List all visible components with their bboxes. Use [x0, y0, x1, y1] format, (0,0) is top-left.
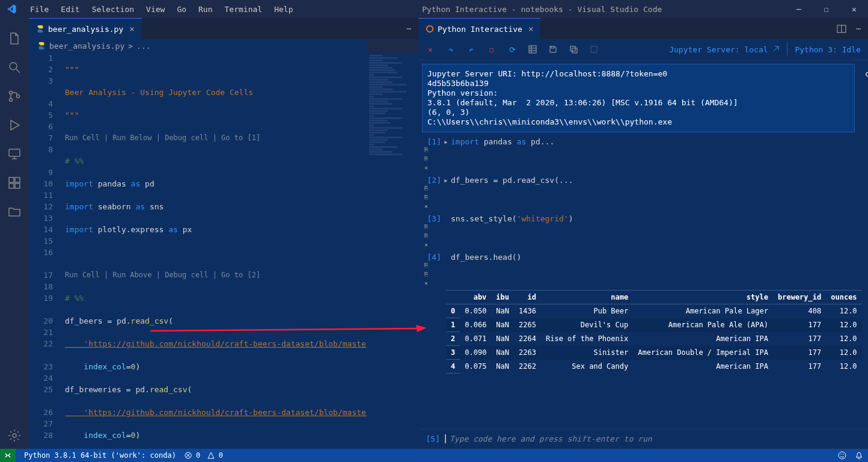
- remote-explorer-icon[interactable]: [0, 140, 29, 168]
- cell-delete-icon[interactable]: ✕: [424, 164, 864, 171]
- code-editor[interactable]: 123 45678 910111213141516 171819 202122 …: [29, 52, 367, 449]
- tab-label: beer_analysis.py: [48, 25, 123, 34]
- tab-python-interactive[interactable]: Python Interactive ×: [418, 18, 540, 39]
- svg-point-11: [427, 26, 433, 32]
- interactive-body[interactable]: Jupyter Server URI: http://localhost:888…: [418, 60, 868, 429]
- notifications-icon[interactable]: [855, 451, 863, 460]
- cell-copy-icon[interactable]: ⎘: [424, 232, 864, 239]
- svg-point-26: [839, 452, 846, 459]
- interactive-input[interactable]: [5] Type code here and press shift-enter…: [418, 429, 868, 448]
- table-header: [446, 291, 460, 304]
- titlebar: File Edit Selection View Go Run Terminal…: [0, 0, 868, 18]
- menu-file[interactable]: File: [24, 2, 55, 16]
- expand-icon[interactable]: [589, 45, 599, 54]
- undo-icon[interactable]: ↶: [466, 45, 476, 54]
- explorer-icon[interactable]: [0, 24, 29, 53]
- cell-link-icon[interactable]: ⎘: [424, 146, 864, 153]
- restart-icon[interactable]: ⟳: [507, 45, 517, 54]
- menu-view[interactable]: View: [140, 2, 171, 16]
- menu-edit[interactable]: Edit: [55, 2, 85, 16]
- svg-point-2: [10, 91, 13, 94]
- breadcrumb-rest: ...: [136, 42, 150, 51]
- search-icon[interactable]: [0, 53, 29, 82]
- code-input[interactable]: Type code here and press shift-enter to …: [445, 434, 863, 443]
- menu-selection[interactable]: Selection: [86, 2, 140, 16]
- menu-help[interactable]: Help: [268, 2, 299, 16]
- cell-copy-icon[interactable]: ⎘: [424, 155, 864, 162]
- svg-rect-6: [9, 177, 14, 182]
- table-row: 30.090NaN2263SinisterAmerican Double / I…: [446, 346, 862, 360]
- tab-close-icon[interactable]: ×: [129, 24, 134, 34]
- code-content[interactable]: """ Beer Analysis - Using Jupyter Code C…: [65, 52, 367, 449]
- cell-1[interactable]: [1] ▸ import pandas as pd...: [422, 137, 864, 146]
- redo-icon[interactable]: ↷: [446, 45, 456, 54]
- close-icon[interactable]: ✕: [426, 45, 435, 54]
- vscode-logo-icon: [6, 4, 17, 14]
- tab-beer-analysis[interactable]: beer_analysis.py ×: [29, 18, 142, 39]
- svg-point-4: [17, 95, 20, 98]
- svg-point-27: [840, 454, 842, 455]
- source-control-icon[interactable]: [0, 82, 29, 111]
- tab-more-icon[interactable]: ⋯: [856, 24, 861, 33]
- breadcrumb-file: beer_analysis.py: [49, 42, 124, 51]
- codelens[interactable]: Run Cell | Run Above | Debug cell | Go t…: [65, 270, 367, 281]
- problems-indicator[interactable]: 0 0: [185, 451, 223, 460]
- codelens[interactable]: Run Cell | Run Below | Debug cell | Go t…: [65, 132, 367, 144]
- stop-icon[interactable]: ◻: [487, 45, 497, 54]
- dataframe-output: abvibuidnamestylebrewery_idounces 00.050…: [446, 290, 862, 374]
- python-file-icon: [37, 42, 46, 50]
- table-row: 40.075NaN2262Sex and CandyAmerican IPA17…: [446, 360, 862, 374]
- tab-more-icon[interactable]: ⋯: [406, 24, 411, 33]
- close-button[interactable]: ✕: [840, 0, 868, 18]
- svg-rect-20: [591, 46, 597, 52]
- minimap[interactable]: [367, 52, 418, 449]
- cell-4[interactable]: [4] df_beers.head(): [422, 253, 864, 262]
- settings-gear-icon[interactable]: [0, 421, 29, 450]
- cell-2[interactable]: [2] ▸ df_beers = pd.read_csv(...: [422, 176, 864, 185]
- svg-rect-5: [9, 149, 20, 156]
- table-header: style: [633, 291, 773, 304]
- run-debug-icon[interactable]: [0, 111, 29, 140]
- split-editor-icon[interactable]: [837, 24, 846, 34]
- tab-label: Python Interactive: [438, 25, 522, 34]
- feedback-icon[interactable]: [838, 451, 846, 460]
- window-title: Python Interactive - notebooks - Visual …: [299, 5, 785, 14]
- table-row: 20.071NaN2264Rise of the PhoenixAmerican…: [446, 332, 862, 346]
- cell-3[interactable]: [3] sns.set_style('whitegrid'): [422, 214, 864, 223]
- jupyter-server-info: Jupyter Server URI: http://localhost:888…: [422, 64, 855, 132]
- folder-icon[interactable]: [0, 197, 29, 226]
- table-header: abv: [460, 291, 491, 304]
- table-header: id: [514, 291, 541, 304]
- cell-delete-icon[interactable]: ✕: [424, 203, 864, 209]
- maximize-button[interactable]: ☐: [813, 0, 840, 18]
- cell-link-icon[interactable]: ⎘: [424, 223, 864, 230]
- cell-link-icon[interactable]: ⎘: [424, 262, 864, 268]
- menu-run[interactable]: Run: [192, 2, 218, 16]
- cell-copy-icon[interactable]: ⎘: [424, 194, 864, 200]
- extensions-icon[interactable]: [0, 168, 29, 197]
- export-icon[interactable]: [569, 45, 578, 54]
- cell-delete-icon[interactable]: ✕: [424, 280, 864, 286]
- menu-terminal[interactable]: Terminal: [219, 2, 269, 16]
- tabs-container: beer_analysis.py × ⋯ Python Interactive …: [29, 18, 868, 39]
- svg-rect-8: [15, 183, 20, 188]
- menu-go[interactable]: Go: [171, 2, 192, 16]
- variables-icon[interactable]: [528, 45, 537, 54]
- svg-rect-18: [570, 46, 575, 51]
- breadcrumb[interactable]: beer_analysis.py > ...: [29, 39, 367, 52]
- kernel-label[interactable]: Python 3: Idle: [795, 45, 861, 54]
- svg-point-28: [843, 454, 844, 455]
- jupyter-server-label[interactable]: Jupyter Server: local: [669, 45, 780, 54]
- svg-point-3: [10, 99, 13, 102]
- save-icon[interactable]: [548, 45, 558, 54]
- cell-copy-icon[interactable]: ⎘: [424, 271, 864, 277]
- table-row: 00.050NaN1436Pub BeerAmerican Pale Lager…: [446, 304, 862, 318]
- cell-delete-icon[interactable]: ✕: [424, 241, 864, 248]
- remote-indicator[interactable]: [0, 449, 16, 462]
- tab-close-icon[interactable]: ×: [528, 24, 533, 34]
- python-version-label[interactable]: Python 3.8.1 64-bit ('work': conda): [24, 451, 176, 460]
- interactive-toolbar: ✕ ↷ ↶ ◻ ⟳ Jupyter Server: local Python 3…: [418, 39, 868, 60]
- statusbar: Python 3.8.1 64-bit ('work': conda) 0 0: [0, 449, 868, 462]
- cell-link-icon[interactable]: ⎘: [424, 185, 864, 191]
- minimize-button[interactable]: ─: [785, 0, 813, 18]
